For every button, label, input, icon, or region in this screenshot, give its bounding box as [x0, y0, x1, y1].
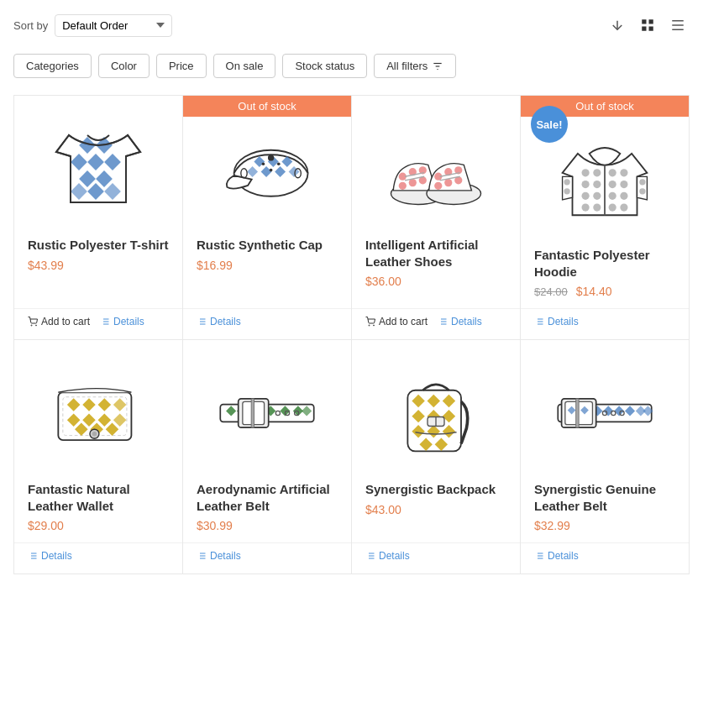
product-actions: Details: [521, 308, 689, 339]
filter-price[interactable]: Price: [156, 54, 207, 78]
product-image-area: [521, 340, 689, 474]
product-price: $36.00: [365, 275, 506, 288]
svg-rect-172: [576, 399, 579, 427]
svg-point-80: [582, 181, 590, 188]
product-actions: Details: [521, 542, 689, 573]
product-actions: Add to cart Details: [14, 308, 182, 339]
product-price: $29.00: [28, 519, 169, 532]
svg-point-53: [399, 182, 407, 190]
product-image: [52, 127, 144, 211]
product-name: Intelligent Artificial Leather Shoes: [365, 237, 506, 270]
svg-point-67: [369, 325, 370, 326]
details-icon: [197, 317, 207, 327]
sort-label: Sort by: [13, 19, 48, 32]
product-actions: Details: [183, 308, 351, 339]
product-name: Fantastic Polyester Hoodie: [534, 247, 675, 280]
svg-point-94: [639, 179, 645, 185]
product-info: Intelligent Artificial Leather Shoes $36…: [352, 230, 520, 305]
svg-point-62: [434, 182, 442, 190]
product-card: Rustic Polyester T-shirt $43.99 Add to c…: [14, 96, 183, 340]
product-name: Rustic Polyester T-shirt: [28, 237, 169, 254]
svg-rect-3: [642, 27, 646, 31]
filter-all-filters[interactable]: All filters: [374, 54, 456, 78]
product-price: $43.99: [28, 259, 169, 272]
filter-on-sale[interactable]: On sale: [213, 54, 276, 78]
product-name: Aerodynamic Artificial Leather Belt: [197, 481, 338, 514]
svg-point-77: [593, 169, 601, 176]
product-image: [221, 138, 313, 213]
product-image-area: [14, 96, 182, 230]
list-view-button[interactable]: [666, 13, 690, 37]
product-info: Aerodynamic Artificial Leather Belt $30.…: [183, 474, 351, 539]
product-actions: Details: [352, 542, 520, 573]
product-image-area: [352, 340, 520, 474]
sort-select[interactable]: Default Order Popularity Price: Low to H…: [55, 14, 172, 37]
svg-point-90: [609, 204, 616, 212]
product-card: Aerodynamic Artificial Leather Belt $30.…: [183, 340, 352, 574]
product-name: Synergistic Backpack: [365, 481, 506, 498]
product-actions: Add to cart Details: [352, 308, 520, 339]
product-name: Synergistic Genuine Leather Belt: [534, 481, 675, 514]
svg-point-22: [36, 325, 37, 326]
svg-point-87: [620, 192, 627, 200]
details-button[interactable]: Details: [100, 316, 144, 327]
svg-point-37: [268, 155, 274, 160]
product-card: Fantastic Natural Leather Wallet $29.00 …: [14, 340, 183, 574]
add-to-cart-button[interactable]: Add to cart: [28, 316, 90, 327]
svg-point-88: [582, 204, 590, 212]
product-image-area: [14, 340, 182, 474]
details-button[interactable]: Details: [534, 550, 579, 562]
details-icon: [534, 551, 544, 561]
toolbar: Sort by Default Order Popularity Price: …: [13, 13, 690, 37]
svg-point-81: [593, 181, 601, 188]
product-price: $16.99: [197, 259, 338, 272]
svg-point-92: [564, 179, 569, 185]
svg-rect-4: [649, 27, 653, 31]
details-icon: [438, 317, 448, 327]
add-to-cart-button[interactable]: Add to cart: [365, 316, 428, 327]
product-card: Synergistic Genuine Leather Belt $32.99 …: [521, 340, 690, 574]
svg-point-68: [374, 325, 375, 326]
product-actions: Details: [183, 542, 351, 573]
filter-color[interactable]: Color: [98, 54, 150, 78]
filter-stock-status[interactable]: Stock status: [282, 54, 367, 78]
details-button[interactable]: Details: [197, 316, 241, 327]
svg-point-76: [582, 169, 590, 176]
svg-point-42: [262, 162, 265, 165]
filter-bar: Categories Color Price On sale Stock sta…: [13, 54, 690, 78]
grid-view-button[interactable]: [636, 13, 659, 37]
cart-icon: [365, 317, 375, 327]
svg-point-82: [609, 181, 616, 188]
details-icon: [197, 551, 207, 561]
out-of-stock-badge: Out of stock: [183, 96, 351, 117]
product-info: Fantastic Natural Leather Wallet $29.00: [14, 474, 182, 539]
filter-categories[interactable]: Categories: [13, 54, 92, 78]
product-price: $30.99: [197, 519, 338, 532]
sale-badge: Sale!: [531, 106, 568, 143]
product-info: Synergistic Genuine Leather Belt $32.99: [521, 474, 689, 539]
cart-icon: [28, 317, 38, 327]
product-info: Rustic Synthetic Cap $16.99: [183, 230, 351, 305]
product-image-area: [352, 96, 520, 230]
product-name: Rustic Synthetic Cap: [197, 237, 338, 254]
details-button[interactable]: Details: [28, 550, 72, 562]
details-button[interactable]: Details: [438, 316, 482, 327]
svg-point-83: [620, 181, 627, 188]
details-icon: [28, 551, 38, 561]
product-actions: Details: [14, 542, 182, 573]
details-icon: [534, 317, 544, 327]
svg-point-21: [31, 325, 32, 326]
sort-desc-button[interactable]: [606, 13, 629, 37]
details-button[interactable]: Details: [534, 316, 579, 327]
svg-point-78: [609, 169, 616, 176]
svg-rect-2: [649, 19, 653, 24]
svg-point-116: [92, 432, 97, 437]
details-button[interactable]: Details: [197, 550, 241, 562]
original-price: $24.00: [534, 285, 568, 298]
svg-point-89: [593, 204, 601, 212]
product-info: Synergistic Backpack $43.00: [352, 474, 520, 539]
product-image: [217, 380, 317, 447]
details-button[interactable]: Details: [365, 550, 410, 562]
product-info: Rustic Polyester T-shirt $43.99: [14, 230, 182, 305]
product-price: $32.99: [534, 519, 675, 532]
